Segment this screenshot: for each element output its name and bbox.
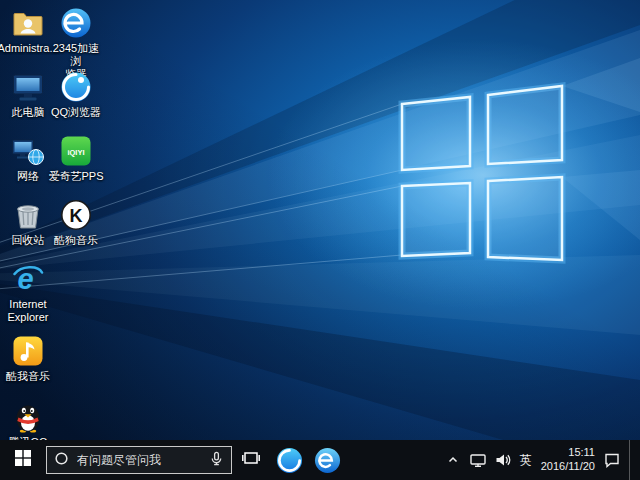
taskbar: 英 15:11 2016/11/20 [0, 440, 640, 480]
network-globe-icon [11, 134, 45, 168]
qq-browser-taskbar-icon [276, 447, 303, 474]
desktop-icon-label: 回收站 [12, 234, 45, 247]
svg-text:K: K [70, 206, 83, 226]
user-folder-icon [11, 6, 45, 40]
desktop-icon-qq-browser[interactable]: QQ浏览器 [48, 70, 104, 119]
action-center-icon[interactable] [604, 452, 620, 468]
iqiyi-icon: iQIYI [59, 134, 93, 168]
desktop-icon-label: 此电脑 [12, 106, 45, 119]
kugou-icon: K [59, 198, 93, 232]
tray-date: 2016/11/20 [541, 460, 595, 474]
start-button[interactable] [0, 440, 46, 480]
qq-penguin-icon [11, 400, 45, 434]
desktop-icon-label: Internet Explorer [8, 298, 49, 324]
desktop-icon-kugou-music[interactable]: K 酷狗音乐 [48, 198, 104, 247]
desktop-icon-label: 酷我音乐 [6, 370, 50, 383]
2345-browser-icon [59, 6, 93, 40]
desktop-icon-kuwo-music[interactable]: 酷我音乐 [0, 334, 56, 383]
desktop-icon-iqiyi-pps[interactable]: iQIYI 爱奇艺PPS [48, 134, 104, 183]
recycle-bin-icon [11, 198, 45, 232]
desktop-icon-label: 网络 [17, 170, 39, 183]
desktop-icon-label: QQ浏览器 [51, 106, 101, 119]
ime-language-indicator[interactable]: 英 [520, 452, 532, 469]
task-view-button[interactable] [232, 440, 270, 480]
ie-icon: e [11, 262, 45, 296]
desktop-icon-label: 爱奇艺PPS [48, 170, 103, 183]
tray-clock[interactable]: 15:11 2016/11/20 [541, 446, 595, 474]
tray-time: 15:11 [541, 446, 595, 460]
system-tray: 英 15:11 2016/11/20 [445, 440, 640, 480]
kuwo-icon [11, 334, 45, 368]
show-desktop-button[interactable] [629, 440, 635, 480]
cortana-ring-icon [54, 451, 69, 470]
tray-volume-icon[interactable] [495, 452, 511, 468]
taskbar-search-box[interactable] [46, 446, 232, 474]
taskbar-app-2345-browser[interactable] [308, 440, 346, 480]
windows-logo-icon [15, 450, 31, 470]
2345-browser-taskbar-icon [314, 447, 341, 474]
qq-browser-icon [59, 70, 93, 104]
search-input[interactable] [75, 452, 203, 468]
tray-network-icon[interactable] [470, 452, 486, 468]
tray-chevron-up-icon[interactable] [445, 452, 461, 468]
desktop[interactable]: Administra... 2345加速浏 览器 此电脑 [0, 0, 640, 480]
microphone-icon[interactable] [209, 451, 224, 470]
desktop-icon-label: 酷狗音乐 [54, 234, 98, 247]
taskbar-app-qq-browser[interactable] [270, 440, 308, 480]
svg-text:iQIYI: iQIYI [67, 148, 84, 157]
computer-icon [11, 70, 45, 104]
desktop-icon-internet-explorer[interactable]: e Internet Explorer [0, 262, 56, 324]
task-view-icon [242, 450, 260, 470]
